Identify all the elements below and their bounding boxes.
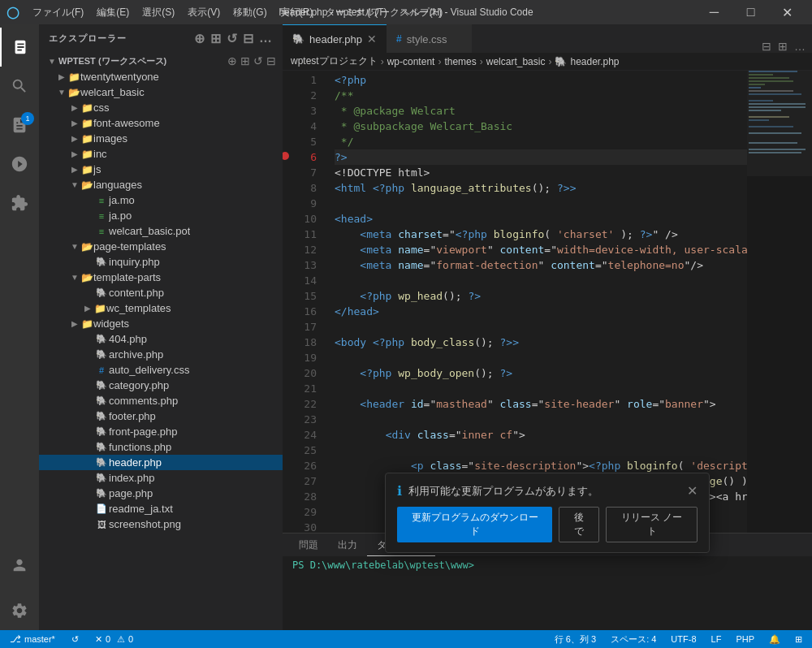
folder-page-templates[interactable]: ▼ 📂 page-templates [39, 239, 283, 254]
file-functions[interactable]: 🐘 functions.php [39, 439, 283, 455]
activity-search[interactable] [0, 67, 39, 106]
encoding-item[interactable]: UTF-8 [667, 634, 699, 644]
menu-edit[interactable]: 編集(E) [90, 2, 136, 23]
menu-go[interactable]: 移動(G) [227, 2, 273, 23]
file-readme[interactable]: 📄 readme_ja.txt [39, 501, 283, 516]
notification-close-button[interactable]: ✕ [687, 483, 698, 499]
folder-images[interactable]: ▶ 📁 images [39, 131, 283, 146]
menu-view[interactable]: 表示(V) [181, 2, 227, 23]
code-line: <head> [335, 211, 747, 227]
errors-item[interactable]: ✕ 0 ⚠ 0 [92, 634, 136, 645]
folder-languages[interactable]: ▼ 📂 languages [39, 177, 283, 192]
file-category[interactable]: 🐘 category.php [39, 378, 283, 393]
folder-css[interactable]: ▶ 📁 css [39, 100, 283, 115]
folder-template-parts[interactable]: ▼ 📂 template-parts [39, 270, 283, 285]
folder-twentytwentyone[interactable]: ▶ 📁 twentytwentyone [39, 69, 283, 84]
folder-js[interactable]: ▶ 📁 js [39, 162, 283, 177]
code-line: /** [335, 88, 747, 103]
tab-header-php[interactable]: 🐘 header.php ✕ [283, 24, 387, 53]
activity-explorer[interactable] [0, 28, 39, 67]
activity-settings[interactable] [0, 591, 39, 630]
file-ja-mo[interactable]: ≡ ja.mo [39, 192, 283, 208]
file-ja-po[interactable]: ≡ ja.po [39, 208, 283, 223]
panel-tab-problems[interactable]: 問題 [289, 535, 328, 556]
tab-close-button[interactable]: ✕ [367, 32, 377, 45]
tab-bar: 🐘 header.php ✕ # style.css ✕ ⊟ ⊞ … [283, 24, 812, 53]
folder-welcart-basic[interactable]: ▼ 📂 welcart_basic [39, 84, 283, 100]
folder-font-awesome[interactable]: ▶ 📁 font-awesome [39, 115, 283, 131]
code-line: </head> [335, 304, 747, 319]
info-icon: ℹ [397, 483, 402, 499]
folder-icon: 📁 [81, 164, 93, 175]
workspace-root[interactable]: ▼ WPTEST (ワークスペース) ⊕ ⊞ ↺ ⊟ [39, 53, 283, 69]
expand-arrow: ▼ [68, 180, 81, 189]
activity-debug[interactable] [0, 145, 39, 184]
breadcrumb-item-themes[interactable]: themes [444, 56, 476, 67]
layout-icon[interactable]: ⊞ [778, 40, 788, 53]
activity-account[interactable] [0, 546, 39, 585]
git-badge: 1 [21, 112, 34, 125]
breadcrumb-item-file[interactable]: header.php [570, 56, 619, 67]
folder-inc[interactable]: ▶ 📁 inc [39, 146, 283, 162]
spaces-item[interactable]: スペース: 4 [607, 633, 659, 646]
code-content[interactable]: <?php /** * @package Welcart * @subpacka… [323, 71, 747, 533]
activity-extensions[interactable] [0, 184, 39, 222]
layout-item[interactable]: ⊞ [792, 634, 806, 645]
file-label: header.php [109, 456, 162, 469]
folder-widgets[interactable]: ▶ 📁 widgets [39, 316, 283, 331]
language-item[interactable]: PHP [732, 634, 758, 644]
close-button[interactable]: ✕ [769, 0, 806, 24]
download-update-button[interactable]: 更新プログラムのダウンロード [397, 507, 552, 542]
file-header[interactable]: 🐘 header.php [39, 455, 283, 470]
file-welcart-pot[interactable]: ≡ welcart_basic.pot [39, 223, 283, 239]
file-content[interactable]: 🐘 content.php [39, 285, 283, 300]
file-label: ja.po [109, 210, 132, 222]
file-auto-delivery-css[interactable]: # auto_delivery.css [39, 362, 283, 378]
code-line [335, 196, 747, 211]
file-archive[interactable]: 🐘 archive.php [39, 347, 283, 362]
activity-git[interactable]: 1 [0, 106, 39, 145]
new-folder-ws[interactable]: ⊞ [240, 54, 250, 67]
more-icon[interactable]: … [259, 31, 273, 46]
tab-style-css[interactable]: # style.css ✕ [387, 24, 472, 53]
new-folder-icon[interactable]: ⊞ [210, 31, 222, 46]
file-screenshot[interactable]: 🖼 screenshot.png [39, 516, 283, 532]
breadcrumb-item-wp-content[interactable]: wp-content [387, 56, 435, 67]
maximize-button[interactable]: □ [732, 0, 769, 24]
position-item[interactable]: 行 6、列 3 [551, 633, 599, 646]
later-button[interactable]: 後で [559, 507, 599, 542]
breadcrumb-item-project[interactable]: wptestプロジェクト [291, 54, 378, 68]
more-actions-icon[interactable]: … [794, 40, 806, 53]
refresh-ws[interactable]: ↺ [253, 54, 263, 67]
file-front-page[interactable]: 🐘 front-page.php [39, 424, 283, 439]
new-file-ws[interactable]: ⊕ [227, 54, 237, 67]
folder-icon: 📂 [81, 241, 93, 253]
folder-wc-templates[interactable]: ▶ 📁 wc_templates [39, 300, 283, 316]
code-editor[interactable]: 12345 6 78910 1112131415 1617181920 2122… [283, 71, 812, 533]
file-page[interactable]: 🐘 page.php [39, 486, 283, 501]
menu-select[interactable]: 選択(S) [136, 2, 181, 23]
folder-icon: 📁 [81, 318, 93, 330]
new-file-icon[interactable]: ⊕ [194, 31, 205, 46]
file-inquiry[interactable]: 🐘 inquiry.php [39, 254, 283, 270]
minimize-button[interactable]: ─ [696, 0, 732, 24]
file-footer[interactable]: 🐘 footer.php [39, 408, 283, 424]
collapse-icon[interactable]: ⊟ [243, 31, 254, 46]
panel-tab-output[interactable]: 出力 [328, 535, 367, 556]
refresh-icon[interactable]: ↺ [227, 31, 238, 46]
sync-item[interactable]: ↺ [68, 634, 82, 645]
line-ending-item[interactable]: LF [708, 634, 725, 644]
collapse-ws[interactable]: ⊟ [266, 54, 276, 67]
breadcrumb-sep: › [381, 56, 384, 67]
file-index[interactable]: 🐘 index.php [39, 470, 283, 486]
panel-content[interactable]: PS D:\www\ratebelab\wptest\www> [283, 556, 812, 630]
menu-file[interactable]: ファイル(F) [26, 2, 90, 23]
breadcrumb-item-welcart[interactable]: welcart_basic [486, 56, 546, 67]
file-404[interactable]: 🐘 404.php [39, 331, 283, 347]
feedback-item[interactable]: 🔔 [766, 634, 784, 645]
release-notes-button[interactable]: リリース ノート [606, 507, 698, 542]
file-comments[interactable]: 🐘 comments.php [39, 393, 283, 408]
file-label: ja.mo [109, 194, 135, 206]
split-editor-icon[interactable]: ⊟ [762, 40, 771, 53]
git-branch-item[interactable]: ⎇ master* [6, 633, 58, 645]
